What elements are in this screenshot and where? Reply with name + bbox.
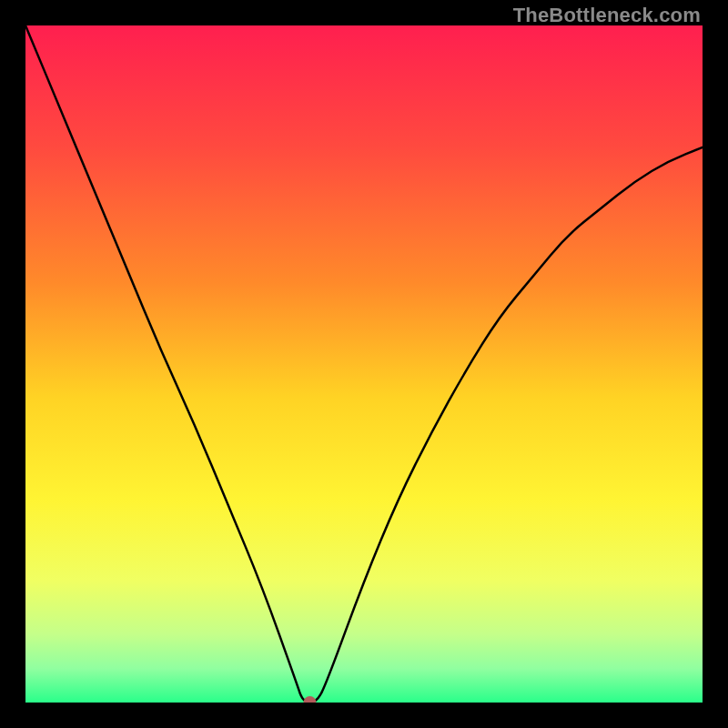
watermark-text: TheBottleneck.com [513,4,701,27]
plot-area [25,25,703,703]
gradient-background [25,25,703,703]
chart-svg [25,25,703,703]
chart-frame: TheBottleneck.com [0,0,728,728]
